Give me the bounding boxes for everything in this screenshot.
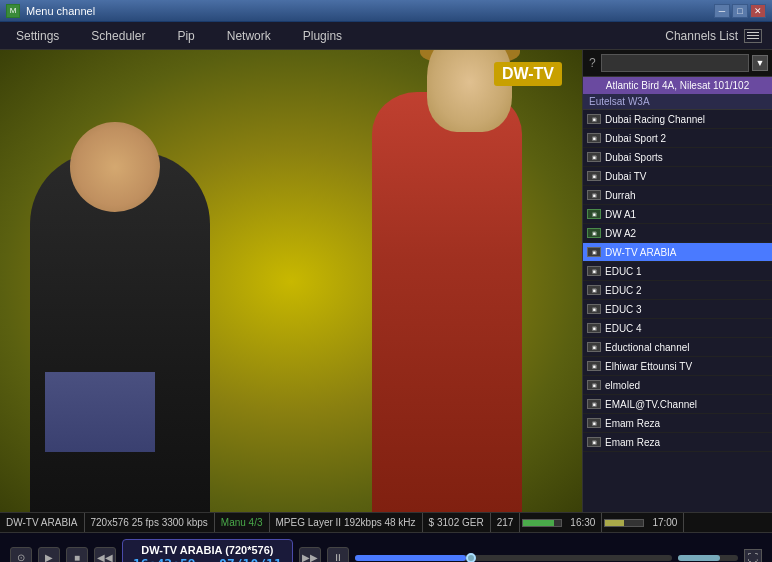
channel-item[interactable]: ▣Elhiwar Ettounsi TV [583,357,772,376]
channel-name-label: Emam Reza [605,418,768,429]
menu-plugins[interactable]: Plugins [297,25,348,47]
channel-name-label: Durrah [605,190,768,201]
channel-name-label: DW A2 [605,228,768,239]
channel-item[interactable]: ▣Dubai Sports [583,148,772,167]
channel-type-icon: ▣ [587,361,601,371]
channel-item[interactable]: ▣elmoled [583,376,772,395]
person-left-shirt [45,372,155,452]
channels-list-icon[interactable] [744,29,762,43]
signal-fill [523,520,553,526]
status-resolution: 720x576 25 fps 3300 kbps [85,513,215,532]
channel-name-label: EDUC 3 [605,304,768,315]
channel-item[interactable]: ▣Durrah [583,186,772,205]
channel-sidebar: ? ▼ Atlantic Bird 4A, Nilesat 101/102 Eu… [582,50,772,512]
menu-scheduler[interactable]: Scheduler [85,25,151,47]
channel-type-icon: ▣ [587,323,601,333]
playback-info: DW-TV ARABIA (720*576) 16:42:59 07/10/11 [122,539,293,562]
channel-item[interactable]: ▣EMAIL@TV.Channel [583,395,772,414]
channel-type-icon: ▣ [587,380,601,390]
channel-type-icon: ▣ [587,418,601,428]
fullscreen-button[interactable]: ⛶ [744,549,762,563]
status-signal: $ 3102 GER [423,513,491,532]
channel-item[interactable]: ▣DW A1 [583,205,772,224]
maximize-button[interactable]: □ [732,4,748,18]
channel-item[interactable]: ▣Dubai Racing Channel [583,110,772,129]
channel-item[interactable]: ▣EDUC 3 [583,300,772,319]
channel-name-label: Elhiwar Ettounsi TV [605,361,768,372]
channel-item[interactable]: ▣DW A2 [583,224,772,243]
titlebar-left: M Menu channel [6,4,95,18]
search-question-mark: ? [587,56,598,70]
search-input[interactable] [601,54,749,72]
channel-item[interactable]: ▣Emam Reza [583,433,772,452]
record-button[interactable]: ⊙ [10,547,32,563]
video-area[interactable]: DW-TV [0,50,582,512]
channel-name-label: EDUC 2 [605,285,768,296]
window-controls: ─ □ ✕ [714,4,766,18]
minimize-button[interactable]: ─ [714,4,730,18]
channel-logo: DW-TV [494,62,562,86]
statusbar: DW-TV ARABIA 720x576 25 fps 3300 kbps Ma… [0,512,772,532]
status-channel-name: DW-TV ARABIA [0,513,85,532]
channel-type-icon: ▣ [587,399,601,409]
channel-name-label: Dubai TV [605,171,768,182]
channel-item[interactable]: ▣Dubai Sport 2 [583,129,772,148]
close-button[interactable]: ✕ [750,4,766,18]
channels-list-label[interactable]: Channels List [665,29,738,43]
channel-list[interactable]: ▣Dubai Racing Channel▣Dubai Sport 2▣Duba… [583,110,772,512]
progress-fill [605,520,624,526]
volume-fill [678,555,720,561]
channel-item[interactable]: ▣EDUC 1 [583,262,772,281]
status-time1: 16:30 [564,513,602,532]
sidebar-search-bar: ? ▼ [583,50,772,77]
video-display: DW-TV [0,50,582,512]
channel-name-label: EMAIL@TV.Channel [605,399,768,410]
volume-slider[interactable] [678,555,738,561]
progress-bar[interactable] [355,555,672,561]
channel-type-icon: ▣ [587,114,601,124]
channel-item[interactable]: ▣DW-TV ARABIA [583,243,772,262]
channel-type-icon: ▣ [587,133,601,143]
stop-button[interactable]: ■ [66,547,88,563]
group-header: Eutelsat W3A [583,94,772,110]
channel-name-label: DW-TV ARABIA [605,247,768,258]
rewind-button[interactable]: ◀◀ [94,547,116,563]
channel-type-icon: ▣ [587,190,601,200]
app-icon: M [6,4,20,18]
menubar: Settings Scheduler Pip Network Plugins C… [0,22,772,50]
channel-name-label: DW A1 [605,209,768,220]
progress-fill [355,555,466,561]
playback-time: 16:42:59 07/10/11 [133,556,282,562]
status-manu: Manu 4/3 [215,513,270,532]
main-content: DW-TV ? ▼ Atlantic Bird 4A, Nilesat 101/… [0,50,772,512]
menu-network[interactable]: Network [221,25,277,47]
channel-name-label: elmoled [605,380,768,391]
satellite-header: Atlantic Bird 4A, Nilesat 101/102 [583,77,772,94]
channel-type-icon: ▣ [587,152,601,162]
window-title: Menu channel [26,5,95,17]
channel-name-label: Dubai Sport 2 [605,133,768,144]
menu-settings[interactable]: Settings [10,25,65,47]
channels-list-area: Channels List [665,29,762,43]
channel-item[interactable]: ▣Eductional channel [583,338,772,357]
channel-item[interactable]: ▣EDUC 4 [583,319,772,338]
channel-type-icon: ▣ [587,437,601,447]
channel-type-icon: ▣ [587,285,601,295]
channel-item[interactable]: ▣EDUC 2 [583,281,772,300]
pause-button[interactable]: ⏸ [327,547,349,563]
channel-type-icon: ▣ [587,247,601,257]
channel-type-icon: ▣ [587,266,601,276]
signal-strength-bar [522,519,562,527]
progress-handle[interactable] [466,553,476,563]
channel-name-label: EDUC 1 [605,266,768,277]
channel-item[interactable]: ▣Dubai TV [583,167,772,186]
status-audio: MPEG Layer II 192kbps 48 kHz [270,513,423,532]
menu-pip[interactable]: Pip [171,25,200,47]
channel-type-icon: ▣ [587,304,601,314]
progress-time-bar [604,519,644,527]
channel-item[interactable]: ▣Emam Reza [583,414,772,433]
channel-type-icon: ▣ [587,209,601,219]
fastforward-button[interactable]: ▶▶ [299,547,321,563]
play-button[interactable]: ▶ [38,547,60,563]
filter-icon[interactable]: ▼ [752,55,768,71]
